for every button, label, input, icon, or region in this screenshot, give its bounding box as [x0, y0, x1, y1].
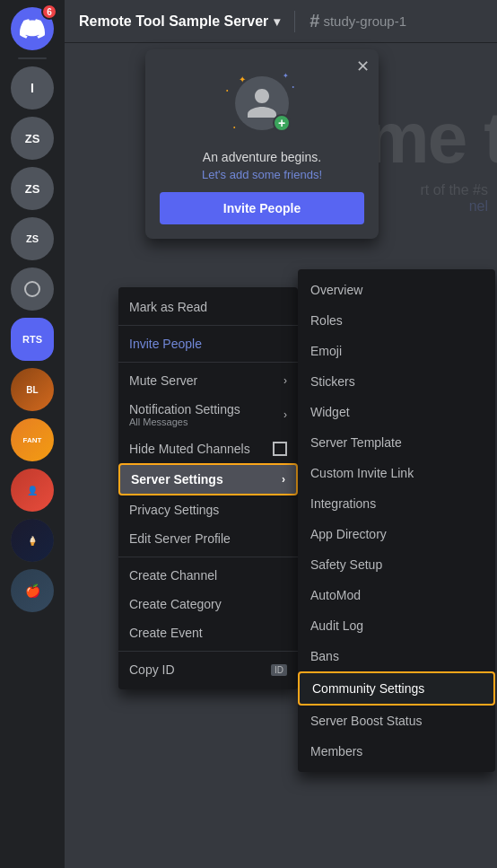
submenu-item-bans[interactable]: Bans [298, 641, 495, 671]
server-name[interactable]: Remote Tool Sample Server ▾ [79, 13, 280, 30]
server-name-text: Remote Tool Sample Server [79, 13, 268, 30]
server-dropdown-arrow[interactable]: ▾ [274, 14, 280, 29]
channel-name-display: # study-group-1 [310, 11, 406, 31]
chevron-right-icon-2: › [283, 408, 287, 421]
avatar-circle: + [235, 76, 289, 130]
popup-title: An adventure begins. [160, 150, 364, 164]
submenu-item-custom-invite[interactable]: Custom Invite Link [298, 458, 495, 488]
hide-muted-checkbox[interactable] [273, 442, 287, 456]
sidebar-server-rts[interactable]: RTS [11, 318, 54, 361]
submenu-item-members[interactable]: Members [298, 736, 495, 767]
main-content: Remote Tool Sample Server ▾ # study-grou… [65, 0, 497, 868]
context-menu-item-privacy[interactable]: Privacy Settings [118, 495, 298, 524]
channel-link: nel [469, 198, 488, 214]
submenu-item-community-settings[interactable]: Community Settings [298, 671, 495, 706]
submenu-item-roles[interactable]: Roles [298, 305, 495, 336]
submenu-item-server-template[interactable]: Server Template [298, 427, 495, 458]
submenu: Overview Roles Emoji Stickers Widget Ser… [298, 269, 495, 772]
friend-popup: ✕ ✦ • ✦ • • + An adventure begins. Let's… [145, 49, 379, 239]
sparkle-icon-3: ✦ [283, 72, 289, 80]
sidebar-server-i[interactable]: I [11, 66, 54, 110]
context-menu-item-hide-muted[interactable]: Hide Muted Channels [118, 434, 298, 463]
sparkle-icon-2: • [226, 87, 228, 93]
notification-badge: 6 [41, 4, 57, 20]
popup-subtitle: Let's add some friends! [160, 168, 364, 181]
submenu-item-widget[interactable]: Widget [298, 397, 495, 427]
context-menu-separator-4 [118, 651, 298, 652]
context-menu-separator-1 [118, 325, 298, 326]
invite-people-button[interactable]: Invite People [160, 192, 364, 224]
channel-hash-icon: # [310, 11, 319, 31]
avatar-container: ✦ • ✦ • • + [226, 67, 298, 139]
submenu-item-emoji[interactable]: Emoji [298, 336, 495, 366]
svg-point-0 [25, 282, 39, 296]
sidebar-server-8[interactable]: 🍦 [11, 519, 54, 562]
context-menu: Mark as Read Invite People Mute Server ›… [118, 287, 298, 689]
submenu-item-stickers[interactable]: Stickers [298, 366, 495, 397]
context-menu-separator-2 [118, 362, 298, 363]
chevron-right-icon: › [283, 374, 287, 387]
sidebar-server-9[interactable]: 🍎 [11, 569, 54, 612]
submenu-item-overview[interactable]: Overview [298, 275, 495, 305]
avatar-add-badge: + [273, 114, 291, 132]
submenu-item-integrations[interactable]: Integrations [298, 488, 495, 519]
sidebar-server-5[interactable]: BL [11, 368, 54, 411]
sidebar-server-circle[interactable] [11, 267, 54, 311]
sparkle-icon-4: • [292, 83, 294, 90]
chevron-right-icon-3: › [282, 473, 285, 486]
channel-name-text: study-group-1 [323, 13, 406, 29]
avatar-area: ✦ • ✦ • • + [160, 67, 364, 139]
submenu-item-app-directory[interactable]: App Directory [298, 519, 495, 549]
context-menu-item-create-category[interactable]: Create Category [118, 590, 298, 618]
sidebar-server-6[interactable]: FANT [11, 418, 54, 461]
context-menu-item-notifications[interactable]: Notification Settings All Messages › [118, 395, 298, 434]
context-menu-item-mark-read[interactable]: Mark as Read [118, 293, 298, 321]
copy-id-badge: ID [271, 664, 287, 676]
context-menu-item-copy-id[interactable]: Copy ID ID [118, 655, 298, 684]
context-menu-item-create-channel[interactable]: Create Channel [118, 561, 298, 590]
header: Remote Tool Sample Server ▾ # study-grou… [65, 0, 497, 43]
channel-desc: rt of the #s nel [420, 182, 497, 215]
sidebar-server-zs3[interactable]: ZS [11, 217, 54, 260]
submenu-item-safety-setup[interactable]: Safety Setup [298, 549, 495, 580]
sidebar-server-7[interactable]: 👤 [11, 469, 54, 512]
header-divider [294, 11, 295, 32]
submenu-item-server-boost[interactable]: Server Boost Status [298, 706, 495, 736]
context-menu-item-invite[interactable]: Invite People [118, 329, 298, 358]
server-sidebar: 6 I ZS ZS ZS RTS BL FANT 👤 🍦 🍎 [0, 0, 65, 868]
channel-desc-text: rt of the #s [420, 182, 488, 197]
sparkle-icon-5: • [233, 124, 235, 130]
context-menu-item-create-event[interactable]: Create Event [118, 618, 298, 647]
context-menu-separator-3 [118, 557, 298, 557]
discord-home-icon[interactable]: 6 [11, 7, 54, 50]
submenu-item-automod[interactable]: AutoMod [298, 580, 495, 610]
sidebar-server-zs2[interactable]: ZS [11, 167, 54, 210]
context-menu-item-mute[interactable]: Mute Server › [118, 366, 298, 395]
submenu-item-audit-log[interactable]: Audit Log [298, 610, 495, 641]
context-menu-item-edit-profile[interactable]: Edit Server Profile [118, 524, 298, 553]
sidebar-separator [18, 57, 47, 59]
context-menu-item-server-settings[interactable]: Server Settings › [118, 463, 298, 495]
sidebar-server-zs1[interactable]: ZS [11, 117, 54, 160]
